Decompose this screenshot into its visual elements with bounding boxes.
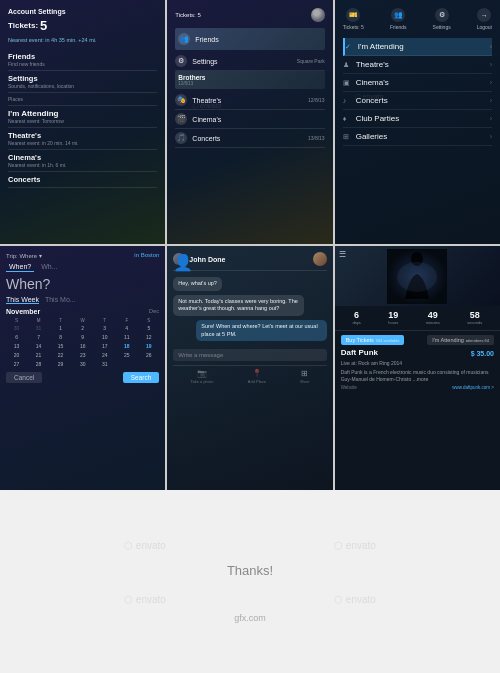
cal-h-t2: T [94, 318, 115, 323]
cal-6[interactable]: 6 [6, 333, 27, 341]
screen3-nav-theatres[interactable]: ♟ Theatre's › [343, 56, 492, 74]
screen6-website-url[interactable]: www.daftpunk.com > [452, 385, 494, 390]
screen-event-detail: ☰ [335, 246, 500, 490]
screen2-settings-item[interactable]: ⚙ Settings Square Park [175, 52, 324, 71]
screen1-attending-label: I'm Attending [8, 109, 157, 118]
screen5-place-icon: 📍 [252, 369, 262, 378]
cal-18[interactable]: 18 [116, 342, 137, 350]
bottom-watermarks-2: ⬡ envato ⬡ envato [0, 594, 500, 605]
screen3-nav-cinemas[interactable]: ▣ Cinema's › [343, 74, 492, 92]
cal-26[interactable]: 26 [138, 351, 159, 359]
screen4-cancel-btn[interactable]: Cancel [6, 372, 42, 383]
cal-27[interactable]: 27 [6, 360, 27, 368]
screen3-cinemas-arrow: › [490, 79, 492, 86]
screen1-title: Account Settings [8, 8, 157, 15]
cal-11[interactable]: 11 [116, 333, 137, 341]
cal-20[interactable]: 20 [6, 351, 27, 359]
cal-empty1 [116, 360, 137, 368]
screen2-concerts-text: Concerts [192, 135, 220, 142]
screen5-chat-name: John Done [189, 256, 312, 263]
screen6-attendees: attendees 64 [466, 338, 489, 343]
screen3-nav-concerts[interactable]: ♪ Concerts › [343, 92, 492, 110]
screen1-theatres-label: Theatre's [8, 131, 157, 140]
cal-17[interactable]: 17 [94, 342, 115, 350]
screen-main-menu: Tickets: 5 👥 Friends ⚙ Settings Square P… [167, 0, 332, 244]
cal-23[interactable]: 23 [72, 351, 93, 359]
cal-21[interactable]: 21 [28, 351, 49, 359]
screen6-artist: Daft Punk [341, 348, 378, 357]
screen3-nav-clubparties[interactable]: ♦ Club Parties › [343, 110, 492, 128]
cal-4[interactable]: 4 [116, 324, 137, 332]
cal-24[interactable]: 24 [94, 351, 115, 359]
cal-15[interactable]: 15 [50, 342, 71, 350]
cal-31[interactable]: 31 [28, 324, 49, 332]
screen2-concerts-date: 13/8/13 [308, 135, 325, 141]
screen5-messages: Hey, what's up? Not much. Today's classe… [173, 277, 326, 345]
cal-10[interactable]: 10 [94, 333, 115, 341]
screen2-cinemas-item[interactable]: 🎬 Cinema's [175, 110, 324, 129]
screen4-this-week[interactable]: This Week [6, 296, 39, 304]
screen5-take-photo[interactable]: 📷 Take a photo [191, 369, 214, 384]
screen3-action-logout[interactable]: → Logout [477, 8, 492, 30]
screen1-cinemas-sub: Nearest event: in 1h. 6 mi. [8, 162, 157, 168]
cal-19[interactable]: 19 [138, 342, 159, 350]
screen1-menu-concerts[interactable]: Concerts [8, 172, 157, 188]
cal-7[interactable]: 7 [28, 333, 49, 341]
bottom-envato-right2: ⬡ envato [334, 594, 376, 605]
screen5-add-place[interactable]: 📍 Add Place [248, 369, 266, 384]
cal-28[interactable]: 28 [28, 360, 49, 368]
screen2-settings-icon: ⚙ [175, 55, 187, 67]
cal-12[interactable]: 12 [138, 333, 159, 341]
screen5-more[interactable]: ⊞ More [300, 369, 309, 384]
screen1-menu-places[interactable]: Places [8, 93, 157, 106]
screen3-friends-icon: 👥 [391, 8, 405, 22]
screen3-action-friends[interactable]: 👥 Friends [390, 8, 407, 30]
cal-3[interactable]: 3 [94, 324, 115, 332]
screen4-this-month[interactable]: This Mo... [45, 296, 76, 304]
cal-2[interactable]: 2 [72, 324, 93, 332]
screen4-search-btn[interactable]: Search [123, 372, 160, 383]
screen2-concerts-item[interactable]: 🎵 Concerts 13/8/13 [175, 129, 324, 148]
screen1-menu-attending[interactable]: I'm Attending Nearest event: Tomorrow [8, 106, 157, 128]
screen2-event-friends[interactable]: 👥 Friends [175, 28, 324, 50]
screen2-brothers-event[interactable]: Brothers 12/8/13 [175, 71, 324, 89]
screen6-buy-btn[interactable]: Buy Tickets 584 available [341, 335, 405, 345]
cal-14[interactable]: 14 [28, 342, 49, 350]
cal-13[interactable]: 13 [6, 342, 27, 350]
cal-5[interactable]: 5 [138, 324, 159, 332]
screen1-menu-theatres[interactable]: Theatre's Nearest event: in 20 min. 14 m… [8, 128, 157, 150]
cal-29[interactable]: 29 [50, 360, 71, 368]
screen3-action-settings[interactable]: ⚙ Settings [433, 8, 451, 30]
screen3-nav-galleries[interactable]: ⊞ Galleries › [343, 128, 492, 146]
bottom-area: ⬡ envato ⬡ envato Thanks! ⬡ envato ⬡ env… [0, 490, 500, 673]
screen3-action-tickets[interactable]: 🎫 Tickets: 5 [343, 8, 364, 30]
screen2-theatres-item[interactable]: 🎭 Theatre's 12/8/13 [175, 91, 324, 110]
screen1-tickets-count: 5 [40, 18, 47, 33]
screen1-menu-friends[interactable]: Friends Find new friends [8, 49, 157, 71]
cal-31b[interactable]: 31 [94, 360, 115, 368]
screen6-menu-icon[interactable]: ☰ [339, 250, 346, 259]
cal-8[interactable]: 8 [50, 333, 71, 341]
screen5-message-input[interactable]: Write a message [173, 349, 326, 361]
cal-16[interactable]: 16 [72, 342, 93, 350]
screen6-description: Daft Punk is a French electronic music d… [341, 369, 494, 383]
screen5-msg-1: Hey, what's up? [173, 277, 222, 291]
cal-25[interactable]: 25 [116, 351, 137, 359]
cal-22[interactable]: 22 [50, 351, 71, 359]
screen1-menu-cinemas[interactable]: Cinema's Nearest event: in 1h. 6 mi. [8, 150, 157, 172]
bottom-envato-left: ⬡ envato [124, 540, 166, 551]
screen2-theatres-date: 12/8/13 [308, 97, 325, 103]
screen3-galleries-arrow: › [490, 133, 492, 140]
cal-30b[interactable]: 30 [72, 360, 93, 368]
cal-1[interactable]: 1 [50, 324, 71, 332]
screen1-menu-settings[interactable]: Settings Sounds, notifications, location [8, 71, 157, 93]
screen2-friends-icon: 👥 [178, 33, 190, 45]
screen3-nav-attending[interactable]: ✓ I'm Attending › [343, 38, 492, 56]
screen4-big-when: When? [6, 276, 159, 292]
screen3-attending-check: ✓ [345, 43, 353, 51]
cal-9[interactable]: 9 [72, 333, 93, 341]
cal-30[interactable]: 30 [6, 324, 27, 332]
screen4-tab-when[interactable]: When? [6, 262, 34, 272]
screen4-tab-wh[interactable]: Wh... [38, 262, 60, 272]
screen6-attending-btn[interactable]: I'm Attending attendees 64 [427, 335, 494, 345]
